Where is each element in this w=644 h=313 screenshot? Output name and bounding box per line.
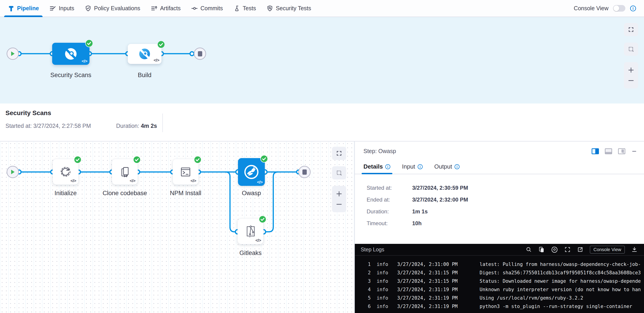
nav-tabs: Pipeline Inputs Policy Evaluations Artif… xyxy=(8,0,311,16)
download-icon[interactable] xyxy=(631,246,638,253)
log-line-number: 1 xyxy=(355,260,371,269)
artifacts-icon xyxy=(151,5,158,12)
tab-details[interactable]: Details xyxy=(364,163,390,174)
nav-tab-artifacts[interactable]: Artifacts xyxy=(151,0,180,16)
log-line-number: 6 xyxy=(355,302,371,311)
stage-label[interactable]: Security Scans xyxy=(50,72,91,79)
tab-label: Input xyxy=(402,163,415,170)
marquee-select-button[interactable] xyxy=(624,42,638,56)
nav-tab-commits[interactable]: Commits xyxy=(191,0,223,16)
shield-check-icon xyxy=(85,5,92,12)
tab-output[interactable]: Output xyxy=(434,163,460,174)
bottom-split: </> Initialize </> Clone codebase xyxy=(0,141,644,313)
step-graph-canvas[interactable]: </> Initialize </> Clone codebase xyxy=(0,141,355,313)
stage-node-build[interactable]: </> xyxy=(128,44,162,64)
nav-tab-policy-evaluations[interactable]: Policy Evaluations xyxy=(85,0,140,16)
step-label[interactable]: Clone codebase xyxy=(102,190,147,197)
fullscreen-button[interactable] xyxy=(332,147,346,160)
stage-label[interactable]: Build xyxy=(138,72,152,79)
nav-tab-tests[interactable]: Tests xyxy=(234,0,256,16)
nav-tab-pipeline[interactable]: Pipeline xyxy=(8,0,39,16)
shield-search-icon xyxy=(266,5,273,12)
stage-info-title: Security Scans xyxy=(6,109,644,117)
duration-value: 4m 2s xyxy=(141,123,157,129)
layout-split-right-icon[interactable] xyxy=(592,148,599,154)
step-node-gitleaks[interactable]: </> xyxy=(238,218,264,244)
marquee-select-button[interactable] xyxy=(332,166,346,179)
search-icon[interactable] xyxy=(526,246,532,253)
layout-bottom-icon[interactable] xyxy=(605,148,612,154)
stage-pipeline-canvas[interactable]: </> Security Scans </> Build xyxy=(0,17,644,103)
nav-tab-security-tests[interactable]: Security Tests xyxy=(266,0,311,16)
stop-icon xyxy=(198,51,202,56)
success-badge xyxy=(259,215,266,223)
step-label[interactable]: Owasp xyxy=(242,190,261,197)
step-logs-body[interactable]: 1 info 3/27/2024, 2:31:00 PM latest: Pul… xyxy=(355,256,644,311)
success-badge xyxy=(74,156,82,164)
stop-icon xyxy=(302,169,307,175)
step-label[interactable]: Initialize xyxy=(54,190,77,197)
zoom-in-icon[interactable] xyxy=(628,67,634,73)
detail-label: Duration: xyxy=(367,208,412,215)
zoom-in-icon[interactable] xyxy=(336,190,342,197)
info-icon xyxy=(385,164,390,169)
step-node-owasp[interactable]: </> xyxy=(238,158,265,186)
step-label[interactable]: NPM Install xyxy=(170,190,201,197)
stage-edges xyxy=(0,17,644,103)
log-level: info xyxy=(377,269,390,277)
commits-icon xyxy=(191,5,198,12)
code-badge: </> xyxy=(82,59,87,64)
step-node-initialize[interactable]: </> xyxy=(52,159,78,185)
minimize-icon[interactable] xyxy=(631,148,637,154)
expand-icon[interactable] xyxy=(564,246,571,253)
duration-label: Duration: xyxy=(116,123,139,129)
zoom-controls xyxy=(332,186,346,212)
pipeline-start-node[interactable] xyxy=(6,47,19,60)
pipeline-end-node[interactable] xyxy=(194,47,206,60)
step-panel-header: Step: Owasp xyxy=(355,141,644,154)
step-node-clone-codebase[interactable]: </> xyxy=(112,159,138,185)
tab-input[interactable]: Input xyxy=(402,163,423,174)
step-end-node[interactable] xyxy=(298,166,310,178)
settings-icon[interactable] xyxy=(551,246,558,253)
log-row: 6 info 3/27/2024, 2:31:19 PM python3 -m … xyxy=(355,302,644,311)
fullscreen-icon xyxy=(628,27,634,32)
step-panel-title: Step: Owasp xyxy=(364,148,396,154)
code-badge: </> xyxy=(130,178,135,183)
zoom-controls xyxy=(624,62,638,88)
step-label[interactable]: Gitleaks xyxy=(239,250,262,257)
stage-node-security-scans[interactable]: </> xyxy=(52,43,90,65)
step-logs-toolbar: Console View xyxy=(526,246,638,254)
detail-label: Started at: xyxy=(367,185,412,191)
log-line-number: 2 xyxy=(355,269,371,277)
detail-row: Started at: 3/27/2024, 2:30:59 PM xyxy=(367,185,644,191)
fullscreen-button[interactable] xyxy=(624,23,638,36)
nav-tab-label: Policy Evaluations xyxy=(94,5,140,11)
ci-stage-icon xyxy=(138,47,151,60)
step-node-npm-install[interactable]: </> xyxy=(172,159,198,185)
log-timestamp: 3/27/2024, 2:31:15 PM xyxy=(397,277,466,286)
info-icon[interactable] xyxy=(630,5,636,11)
info-icon xyxy=(418,164,423,169)
console-view-toggle[interactable] xyxy=(613,5,625,11)
log-message: latest: Pulling from harness/owasp-depen… xyxy=(480,260,641,269)
open-in-new-icon[interactable] xyxy=(577,246,584,253)
nav-tab-inputs[interactable]: Inputs xyxy=(50,0,74,16)
layout-floating-icon[interactable] xyxy=(618,148,625,154)
log-message: Using /usr/local/rvm/gems/ruby-3.2.2 xyxy=(480,294,583,302)
step-start-node[interactable] xyxy=(6,166,19,178)
zoom-out-icon[interactable] xyxy=(336,201,342,208)
log-timestamp: 3/27/2024, 2:31:19 PM xyxy=(397,294,466,302)
log-line-number: 5 xyxy=(355,294,371,302)
log-level: info xyxy=(377,286,390,294)
marquee-select-icon xyxy=(336,170,342,176)
success-badge xyxy=(85,39,93,47)
terminal-icon xyxy=(179,165,192,179)
console-view-button[interactable]: Console View xyxy=(590,246,625,254)
copy-icon[interactable] xyxy=(538,246,545,253)
log-line-number: 3 xyxy=(355,277,371,286)
success-badge xyxy=(133,156,141,164)
zoom-out-icon[interactable] xyxy=(628,77,634,84)
log-message: Status: Downloaded newer image for harne… xyxy=(480,277,641,286)
detail-row: Duration: 1m 1s xyxy=(367,208,644,215)
